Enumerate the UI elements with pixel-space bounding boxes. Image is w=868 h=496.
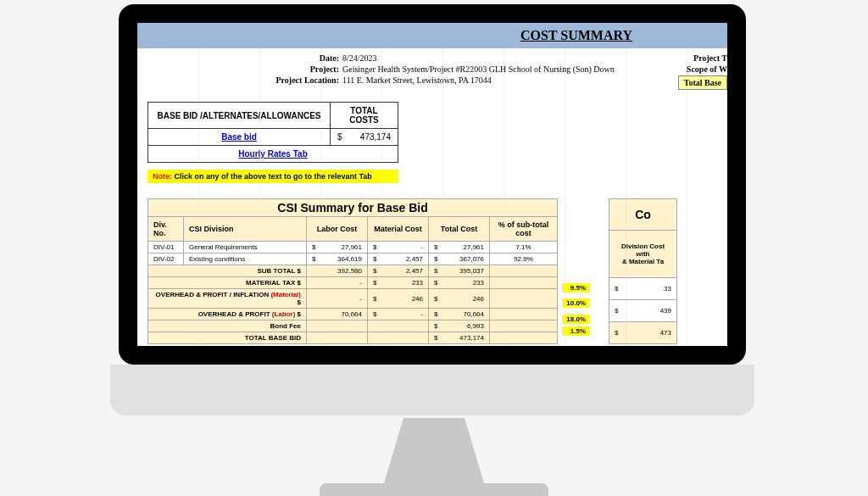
bid-header-row: BASE BID /ALTERNATES/ALLOWANCES TOTAL CO…: [148, 103, 398, 129]
csi-opmat-row: OVERHEAD & PROFIT / INFLATION (Material)…: [148, 289, 558, 309]
csi-oplab-row: OVERHEAD & PROFIT (Labor) $ 70,664 $- $7…: [148, 309, 558, 320]
mattax-pct-cell: 9.5%: [490, 277, 558, 289]
side-row-1: $439: [609, 299, 677, 321]
monitor-stand-base: [320, 483, 548, 496]
total-base-box: Total Base: [678, 75, 727, 90]
csi-main-block: CSI Summary for Base Bid Div. No. CSI Di…: [147, 198, 558, 344]
location-label: Project Location:: [147, 75, 342, 85]
base-bid-link[interactable]: Base bid: [148, 129, 331, 146]
bid-col1-header: BASE BID /ALTERNATES/ALLOWANCES: [148, 103, 331, 129]
mattax-mat: $233: [368, 277, 429, 289]
csi-subtotal-row: SUB TOTAL $ 392,580 $2,457 $395,037: [148, 265, 558, 277]
oplab-label: OVERHEAD & PROFIT (Labor) $: [148, 309, 307, 320]
div01-total: $27,961: [429, 242, 490, 254]
header-info: Date: 8/24/2023 Project: Geisinger Healt…: [137, 48, 727, 95]
div01-pct: 7.1%: [490, 242, 558, 254]
subtotal-total: $395,037: [429, 265, 490, 277]
title-bar: COST SUMMARY: [137, 23, 727, 48]
opmat-label: OVERHEAD & PROFIT / INFLATION (Material)…: [148, 289, 307, 309]
monitor-frame: COST SUMMARY Date: 8/24/2023 Project: Ge…: [119, 4, 746, 365]
oplab-labor: 70,664: [307, 309, 368, 320]
opmat-pct-cell: 10.0%: [490, 289, 558, 309]
project-t-label: Project T: [678, 53, 727, 63]
side-title: Co: [609, 199, 677, 231]
mattax-label: MATERIAL TAX $: [148, 277, 307, 289]
opmat-pct: 10.0%: [562, 298, 589, 308]
bond-total: $6,993: [429, 320, 490, 332]
csi-header-row: Div. No. CSI Division Labor Cost Materia…: [148, 217, 558, 242]
div02-mat: $2,457: [368, 254, 429, 265]
side-row-2: $473: [609, 321, 677, 343]
hourly-rates-link[interactable]: Hourly Rates Tab: [148, 146, 398, 163]
mattax-pct: 9.5%: [562, 283, 589, 293]
monitor-chin: [110, 365, 754, 415]
opmat-mat: $246: [368, 289, 429, 309]
monitor-stand-neck: [383, 418, 485, 486]
note-bar: Note: Click on any of the above text to …: [147, 170, 398, 183]
bond-pct-cell: 1.5%: [490, 320, 558, 332]
header-project-row: Project: Geisinger Health System/Project…: [147, 64, 717, 74]
div01-no: DIV-01: [148, 242, 184, 254]
side-header: Division Cost with & Material Ta: [609, 231, 677, 277]
mattax-total: $233: [429, 277, 490, 289]
div02-name: Existing conditions: [184, 254, 307, 265]
mattax-labor: -: [307, 277, 368, 289]
grand-total: $473,174: [429, 332, 490, 344]
div01-labor: $27,961: [307, 242, 368, 254]
bond-labor: [307, 320, 368, 332]
opmat-labor: -: [307, 289, 368, 309]
csi-grand-row: TOTAL BASE BID $473,174: [148, 332, 558, 344]
csi-title: CSI Summary for Base Bid: [148, 199, 558, 217]
csi-wrapper: CSI Summary for Base Bid Div. No. CSI Di…: [137, 198, 727, 344]
base-bid-row: Base bid $473,174: [148, 129, 398, 146]
project-value: Geisinger Health System/Project #R22003 …: [342, 64, 717, 74]
div02-labor: $364,619: [307, 254, 368, 265]
grand-empty: [490, 332, 558, 344]
hourly-row: Hourly Rates Tab: [148, 146, 398, 163]
div02-no: DIV-02: [148, 254, 184, 265]
note-label: Note:: [153, 172, 172, 181]
csi-h-material: Material Cost: [368, 217, 429, 242]
bond-mat: [368, 320, 429, 332]
csi-h-labor: Labor Cost: [307, 217, 368, 242]
csi-h-div: CSI Division: [184, 217, 307, 242]
page-title: COST SUMMARY: [520, 28, 632, 43]
scope-label: Scope of W: [678, 64, 727, 74]
base-bid-amount: $473,174: [331, 129, 398, 146]
csi-h-total: Total Cost: [429, 217, 490, 242]
header-location-row: Project Location: 111 E. Market Street, …: [147, 75, 717, 85]
div01-name: General Requirements: [184, 242, 307, 254]
csi-bond-row: Bond Fee $6,993 1.5%: [148, 320, 558, 332]
oplab-pct-cell: 18.0%: [490, 309, 558, 320]
csi-row-div01: DIV-01 General Requirements $27,961 $- $…: [148, 242, 558, 254]
div01-mat: $-: [368, 242, 429, 254]
grand-label: TOTAL BASE BID: [148, 332, 307, 344]
oplab-pct: 18.0%: [562, 315, 589, 324]
div02-total: $367,076: [429, 254, 490, 265]
oplab-mat: $-: [368, 309, 429, 320]
project-label: Project:: [147, 64, 342, 74]
bid-alternates-table: BASE BID /ALTERNATES/ALLOWANCES TOTAL CO…: [147, 102, 398, 163]
location-value: 111 E. Market Street, Lewistown, PA 1704…: [342, 75, 717, 85]
subtotal-label: SUB TOTAL $: [148, 265, 307, 277]
csi-mattax-row: MATERIAL TAX $ - $233 $233 9.5%: [148, 277, 558, 289]
header-right-block: Project T Scope of W Total Base: [678, 53, 727, 92]
date-label: Date:: [147, 53, 342, 63]
grand-labor: [307, 332, 368, 344]
side-row-0: $33: [609, 277, 677, 299]
bond-label: Bond Fee: [148, 320, 307, 332]
csi-summary-table: CSI Summary for Base Bid Div. No. CSI Di…: [147, 198, 558, 344]
div02-pct: 92.9%: [490, 254, 558, 265]
date-value: 8/24/2023: [342, 53, 717, 63]
note-text: Click on any of the above text to go to …: [172, 172, 372, 181]
subtotal-labor: 392,580: [307, 265, 368, 277]
csi-h-divno: Div. No.: [148, 217, 184, 242]
csi-row-div02: DIV-02 Existing conditions $364,619 $2,4…: [148, 254, 558, 265]
bid-col2-header: TOTAL COSTS: [331, 103, 398, 129]
header-date-row: Date: 8/24/2023: [147, 53, 717, 63]
grand-mat: [368, 332, 429, 344]
subtotal-empty: [490, 265, 558, 277]
csi-h-pct: % of sub-total cost: [490, 217, 558, 242]
side-cost-table: Co Division Cost with & Material Ta $33 …: [609, 198, 677, 344]
subtotal-mat: $2,457: [368, 265, 429, 277]
